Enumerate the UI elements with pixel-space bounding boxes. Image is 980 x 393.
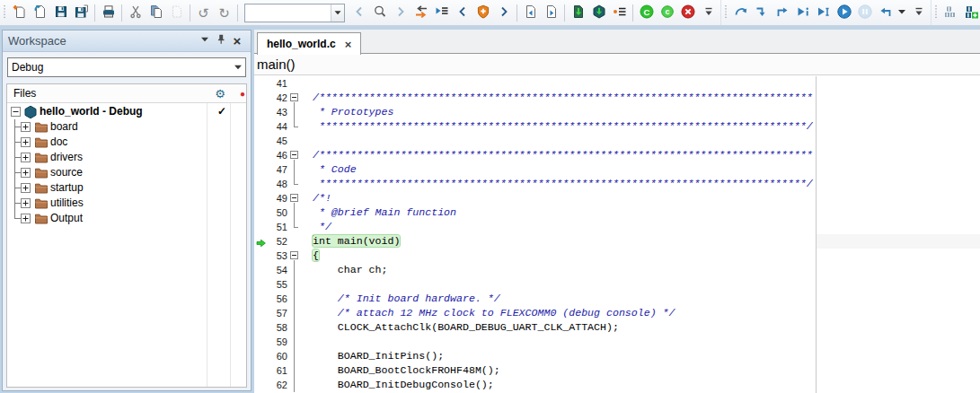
- breakpoint-margin[interactable]: [254, 91, 266, 105]
- stack-view-new-button[interactable]: [961, 2, 980, 23]
- breakpoint-margin[interactable]: [254, 105, 266, 119]
- expander-plus-icon[interactable]: [21, 122, 31, 132]
- quick-search-input[interactable]: [245, 5, 331, 21]
- breakpoint-margin[interactable]: [254, 148, 266, 162]
- fold-margin[interactable]: [287, 292, 301, 306]
- workspace-pin-button[interactable]: [213, 33, 229, 49]
- breakpoint-margin[interactable]: [254, 335, 266, 349]
- tree-item-source[interactable]: source: [7, 165, 246, 180]
- tab-hello-world-c[interactable]: hello_world.c ×: [257, 32, 361, 55]
- fold-collapse-icon[interactable]: [290, 93, 298, 101]
- expander-minus-icon[interactable]: [11, 107, 21, 117]
- tree-item-drivers[interactable]: drivers: [7, 150, 246, 165]
- breakpoint-margin[interactable]: [254, 205, 266, 220]
- fold-margin[interactable]: [287, 148, 301, 162]
- expander-plus-icon[interactable]: [21, 168, 31, 178]
- fold-margin[interactable]: [287, 76, 301, 91]
- fold-margin[interactable]: [287, 349, 301, 363]
- toolbar-grip-handle[interactable]: [2, 3, 9, 22]
- stack-view-button[interactable]: [940, 2, 961, 23]
- batch-build-button[interactable]: [609, 2, 630, 23]
- chevron-down-icon[interactable]: [331, 4, 344, 22]
- go-button[interactable]: [834, 2, 854, 23]
- replace-button[interactable]: [411, 2, 431, 23]
- fold-margin[interactable]: [287, 335, 301, 349]
- breakpoint-margin[interactable]: [254, 363, 266, 378]
- stop-build-button[interactable]: [677, 2, 698, 23]
- breakpoint-margin[interactable]: [254, 320, 266, 335]
- expander-plus-icon[interactable]: [21, 183, 31, 193]
- workspace-menu-button[interactable]: [197, 33, 213, 49]
- tree-item-doc[interactable]: doc: [7, 135, 246, 150]
- files-column-header[interactable]: Files ⚙ ●: [7, 84, 246, 103]
- fold-margin[interactable]: [287, 220, 301, 234]
- tree-item-startup[interactable]: startup: [7, 180, 246, 196]
- fold-collapse-icon[interactable]: [290, 151, 298, 159]
- find-button[interactable]: [369, 2, 390, 23]
- fold-margin[interactable]: [287, 363, 301, 378]
- fold-margin[interactable]: [287, 91, 301, 105]
- fold-margin[interactable]: [287, 119, 301, 134]
- print-button[interactable]: [98, 2, 119, 23]
- toolbar-grip-handle[interactable]: [723, 3, 730, 22]
- overflow-button[interactable]: [908, 2, 929, 23]
- goto-function-button[interactable]: [431, 2, 452, 23]
- cstat-analyze-file-button[interactable]: c: [657, 2, 677, 23]
- fold-margin[interactable]: [287, 134, 301, 148]
- paste-button[interactable]: [166, 2, 187, 23]
- fold-margin[interactable]: [287, 263, 301, 277]
- next-bookmark-button[interactable]: [493, 2, 514, 23]
- previous-bookmark-button[interactable]: [452, 2, 472, 23]
- previous-document-button[interactable]: [520, 2, 541, 23]
- fold-margin[interactable]: [287, 378, 301, 392]
- open-document-button[interactable]: [30, 2, 50, 23]
- tree-item-project[interactable]: hello_world - Debug✓: [7, 104, 246, 119]
- breakpoint-margin[interactable]: [254, 292, 266, 306]
- context-bar[interactable]: main(): [254, 54, 980, 75]
- fold-margin[interactable]: [287, 249, 301, 263]
- step-into-button[interactable]: [751, 2, 772, 23]
- breakpoint-margin[interactable]: [254, 263, 266, 277]
- workspace-close-button[interactable]: ×: [229, 33, 245, 49]
- quick-search-combobox[interactable]: [244, 4, 345, 22]
- toggle-bookmark-button[interactable]: [472, 2, 493, 23]
- next-statement-button[interactable]: [792, 2, 813, 23]
- fold-margin[interactable]: [287, 105, 301, 119]
- fold-margin[interactable]: [287, 234, 301, 249]
- copy-button[interactable]: [146, 2, 166, 23]
- breakpoint-margin[interactable]: [254, 119, 266, 134]
- compile-button[interactable]: [568, 2, 588, 23]
- find-next-button[interactable]: [390, 2, 411, 23]
- step-over-button[interactable]: [730, 2, 751, 23]
- fold-margin[interactable]: [287, 162, 301, 177]
- breakpoint-margin[interactable]: [254, 249, 266, 263]
- dropdown-button[interactable]: [896, 2, 908, 23]
- breakpoint-margin[interactable]: [254, 162, 266, 177]
- make-button[interactable]: [588, 2, 609, 23]
- save-all-button[interactable]: [71, 2, 92, 23]
- fold-collapse-icon[interactable]: [290, 251, 298, 259]
- breakpoint-margin[interactable]: [254, 349, 266, 363]
- save-button[interactable]: [50, 2, 71, 23]
- breakpoint-margin[interactable]: [254, 76, 266, 91]
- fold-margin[interactable]: [287, 177, 301, 191]
- undo-button[interactable]: ↺: [193, 2, 214, 23]
- fold-margin[interactable]: [287, 191, 301, 205]
- fold-margin[interactable]: [287, 306, 301, 320]
- breakpoint-margin[interactable]: [254, 277, 266, 292]
- next-document-button[interactable]: [541, 2, 561, 23]
- find-previous-button[interactable]: [349, 2, 369, 23]
- breakpoint-margin[interactable]: [254, 234, 266, 249]
- tree-item-board[interactable]: board: [7, 119, 246, 135]
- tree-item-output[interactable]: Output: [7, 211, 246, 226]
- breakpoint-margin[interactable]: [254, 306, 266, 320]
- new-document-button[interactable]: [9, 2, 30, 23]
- fold-margin[interactable]: [287, 320, 301, 335]
- tree-item-utilities[interactable]: utilities: [7, 196, 246, 211]
- expander-plus-icon[interactable]: [21, 153, 31, 162]
- breakpoint-margin[interactable]: [254, 378, 266, 392]
- breakpoint-margin[interactable]: [254, 177, 266, 191]
- fold-collapse-icon[interactable]: [290, 194, 298, 202]
- expander-plus-icon[interactable]: [21, 198, 31, 208]
- expander-plus-icon[interactable]: [21, 137, 31, 147]
